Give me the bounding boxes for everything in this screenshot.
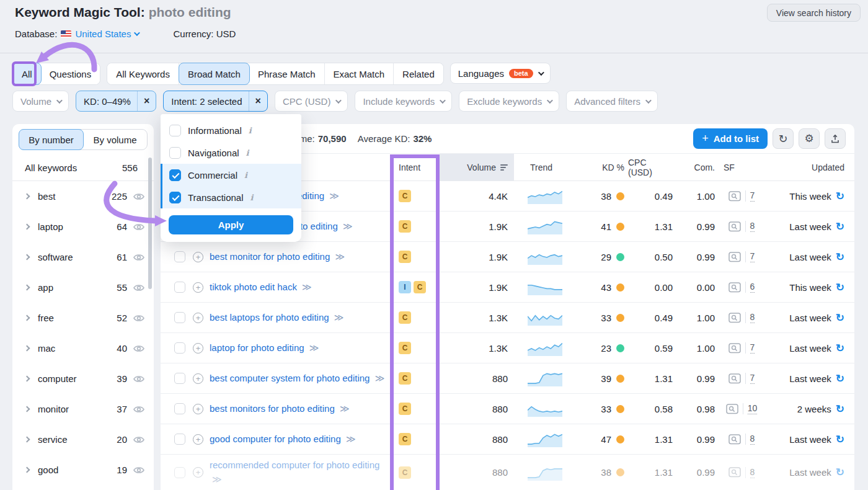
refresh-icon[interactable]: ↻ bbox=[836, 434, 844, 445]
filter-kd-clear[interactable]: × bbox=[137, 91, 156, 111]
row-checkbox[interactable] bbox=[174, 251, 185, 262]
open-keyword-icon[interactable]: ≫ bbox=[334, 312, 344, 323]
view-search-history-button[interactable]: View search history bbox=[767, 4, 861, 22]
open-keyword-icon[interactable]: ≫ bbox=[335, 251, 345, 262]
header-sf[interactable]: SF bbox=[717, 154, 766, 180]
filter-exclude-keywords[interactable]: Exclude keywords bbox=[459, 91, 559, 112]
sf-count-link[interactable]: 8 bbox=[750, 434, 755, 445]
serp-features-icon[interactable] bbox=[728, 343, 741, 354]
sf-count-link[interactable]: 7 bbox=[750, 190, 755, 202]
tab-questions[interactable]: Questions bbox=[41, 63, 100, 84]
checkbox[interactable] bbox=[169, 125, 181, 136]
export-button[interactable] bbox=[825, 128, 846, 149]
refresh-icon[interactable]: ↻ bbox=[836, 191, 844, 202]
sidebar-group-row[interactable]: computer 39 bbox=[12, 363, 154, 394]
database-selector[interactable]: United States bbox=[75, 29, 138, 39]
header-kd[interactable]: KD % bbox=[576, 154, 628, 180]
tab-exact-match[interactable]: Exact Match bbox=[325, 63, 394, 84]
intent-option[interactable]: Informational i bbox=[161, 119, 301, 141]
header-trend[interactable]: Trend bbox=[514, 154, 576, 180]
add-keyword-icon[interactable]: + bbox=[193, 373, 203, 384]
open-keyword-icon[interactable]: ≫ bbox=[329, 190, 339, 201]
open-keyword-icon[interactable]: ≫ bbox=[309, 342, 319, 353]
keyword-link[interactable]: laptop for photo editing bbox=[210, 342, 304, 353]
filter-intent[interactable]: Intent: 2 selected × bbox=[163, 91, 268, 112]
header-volume[interactable]: Volume bbox=[440, 154, 514, 180]
sidebar-group-row[interactable]: best 225 bbox=[12, 181, 154, 212]
row-checkbox[interactable] bbox=[174, 342, 185, 354]
add-keyword-icon[interactable]: + bbox=[193, 404, 203, 414]
sf-count-link[interactable]: 7 bbox=[750, 342, 755, 354]
sidebar-group-row[interactable]: app 55 bbox=[12, 272, 154, 303]
tab-all-keywords[interactable]: All Keywords bbox=[107, 63, 179, 84]
open-keyword-icon[interactable]: ≫ bbox=[346, 434, 356, 444]
sf-count-link[interactable]: 8 bbox=[750, 221, 755, 232]
sidebar-group-row[interactable]: mac 40 bbox=[12, 333, 154, 363]
row-checkbox[interactable] bbox=[174, 373, 185, 384]
row-checkbox[interactable] bbox=[174, 282, 185, 293]
serp-features-icon[interactable] bbox=[728, 373, 741, 384]
row-checkbox[interactable] bbox=[174, 434, 185, 445]
keyword-link[interactable]: best laptops for photo editing bbox=[210, 312, 329, 323]
add-keyword-icon[interactable]: + bbox=[193, 467, 203, 478]
sf-count-link[interactable]: 7 bbox=[750, 251, 755, 262]
add-keyword-icon[interactable]: + bbox=[193, 282, 203, 293]
serp-features-icon[interactable] bbox=[726, 404, 738, 414]
filter-intent-clear[interactable]: × bbox=[249, 91, 267, 111]
add-keyword-icon[interactable]: + bbox=[193, 434, 203, 445]
row-checkbox[interactable] bbox=[174, 467, 185, 478]
eye-icon[interactable] bbox=[133, 405, 145, 414]
add-keyword-icon[interactable]: + bbox=[193, 313, 203, 323]
filter-cpc[interactable]: CPC (USD) bbox=[275, 91, 348, 112]
refresh-icon[interactable]: ↻ bbox=[836, 313, 844, 323]
refresh-icon[interactable]: ↻ bbox=[836, 373, 844, 384]
intent-option[interactable]: Transactional i bbox=[161, 186, 301, 208]
serp-features-icon[interactable] bbox=[728, 191, 741, 202]
sf-count-link[interactable]: 10 bbox=[748, 403, 758, 414]
eye-icon[interactable] bbox=[133, 253, 145, 262]
tab-all[interactable]: All bbox=[12, 63, 42, 85]
eye-icon[interactable] bbox=[133, 223, 145, 231]
sidebar-group-row[interactable]: good 19 bbox=[12, 455, 154, 485]
filter-advanced[interactable]: Advanced filters bbox=[566, 91, 658, 112]
open-keyword-icon[interactable]: ≫ bbox=[375, 373, 385, 383]
keyword-link[interactable]: best computer system for photo editing bbox=[210, 373, 370, 383]
eye-icon[interactable] bbox=[133, 192, 145, 201]
sf-count-link[interactable]: 8 bbox=[750, 312, 755, 323]
serp-features-icon[interactable] bbox=[728, 467, 741, 478]
sidebar-group-row[interactable]: laptop 64 bbox=[12, 212, 154, 242]
eye-icon[interactable] bbox=[133, 344, 145, 353]
toggle-by-volume[interactable]: By volume bbox=[83, 130, 147, 149]
filter-include-keywords[interactable]: Include keywords bbox=[355, 91, 452, 112]
refresh-button[interactable]: ↻ bbox=[773, 128, 794, 149]
checkbox[interactable] bbox=[169, 192, 181, 203]
sidebar-group-row[interactable]: software 61 bbox=[12, 242, 154, 272]
open-keyword-icon[interactable]: ≫ bbox=[302, 282, 312, 292]
sidebar-group-row[interactable]: free 52 bbox=[12, 303, 154, 333]
settings-button[interactable]: ⚙ bbox=[799, 128, 820, 149]
open-keyword-icon[interactable]: ≫ bbox=[343, 221, 353, 231]
sf-count-link[interactable]: 6 bbox=[750, 282, 755, 293]
tab-phrase-match[interactable]: Phrase Match bbox=[249, 63, 325, 84]
keyword-link[interactable]: recommended computer for photo editing bbox=[210, 460, 379, 470]
eye-icon[interactable] bbox=[133, 435, 145, 444]
serp-features-icon[interactable] bbox=[728, 282, 741, 293]
sf-count-link[interactable]: 7 bbox=[750, 373, 755, 384]
apply-button[interactable]: Apply bbox=[169, 215, 293, 234]
header-intent[interactable]: Intent bbox=[390, 154, 440, 180]
keyword-link[interactable]: good computer for photo editing bbox=[210, 434, 341, 444]
serp-features-icon[interactable] bbox=[728, 313, 741, 323]
tab-broad-match[interactable]: Broad Match bbox=[179, 63, 250, 85]
intent-option[interactable]: Commercial i bbox=[161, 164, 301, 186]
filter-kd[interactable]: KD: 0–49% × bbox=[76, 91, 156, 112]
serp-features-icon[interactable] bbox=[728, 434, 741, 445]
refresh-icon[interactable]: ↻ bbox=[836, 282, 844, 293]
add-keyword-icon[interactable]: + bbox=[193, 252, 203, 262]
eye-icon[interactable] bbox=[133, 283, 145, 292]
keyword-link[interactable]: tiktok photo edit hack bbox=[210, 282, 297, 292]
header-com[interactable]: Com. bbox=[675, 154, 717, 180]
checkbox[interactable] bbox=[169, 147, 181, 159]
open-keyword-icon[interactable]: ≫ bbox=[212, 474, 222, 484]
row-checkbox[interactable] bbox=[174, 312, 185, 323]
toggle-by-number[interactable]: By number bbox=[19, 129, 84, 150]
